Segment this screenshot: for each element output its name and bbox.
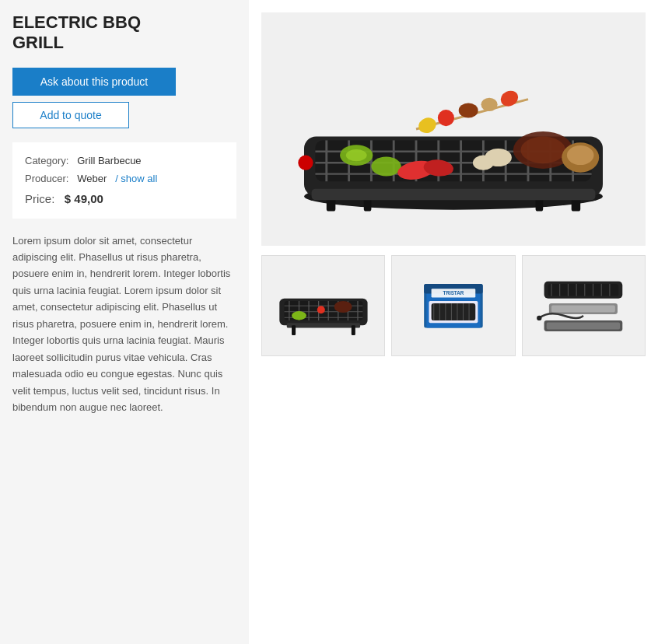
price-value: $ 49,00 <box>65 192 103 205</box>
svg-rect-6 <box>312 189 596 200</box>
svg-rect-88 <box>547 322 620 329</box>
svg-point-31 <box>481 98 498 111</box>
svg-rect-58 <box>292 325 296 335</box>
thumbnail-3[interactable] <box>522 255 646 356</box>
svg-point-30 <box>459 103 478 117</box>
svg-point-56 <box>334 301 352 313</box>
svg-point-29 <box>438 110 454 126</box>
thumbnail-2[interactable]: TRISTAR <box>391 255 515 356</box>
svg-rect-85 <box>551 305 615 312</box>
svg-point-36 <box>567 145 594 165</box>
main-image-area <box>261 12 646 246</box>
producer-value: Weber <box>77 173 107 184</box>
product-title: ELECTRIC BBQ GRILL <box>12 12 236 54</box>
svg-point-23 <box>298 156 313 170</box>
product-meta: Category: Grill Barbecue Producer: Weber… <box>12 142 236 219</box>
svg-rect-59 <box>352 325 355 335</box>
show-all-producer-link[interactable]: / show all <box>115 173 157 184</box>
product-description: Lorem ipsum dolor sit amet, consectetur … <box>12 233 236 416</box>
category-label: Category: <box>25 155 68 166</box>
svg-point-86 <box>537 316 542 320</box>
svg-point-34 <box>520 137 565 164</box>
svg-point-25 <box>346 149 367 161</box>
thumbnail-1[interactable] <box>261 255 385 356</box>
svg-text:TRISTAR: TRISTAR <box>443 290 464 296</box>
svg-point-26 <box>371 157 401 177</box>
svg-point-55 <box>317 306 324 313</box>
ask-about-product-button[interactable]: Ask about this product <box>12 68 176 96</box>
svg-rect-75 <box>548 284 619 296</box>
svg-point-54 <box>292 311 306 320</box>
price-label: Price: <box>25 192 54 205</box>
svg-rect-57 <box>286 323 359 327</box>
add-to-quote-button[interactable]: Add to quote <box>12 102 129 128</box>
producer-label: Producer: <box>25 173 68 184</box>
thumbnail-row: TRISTAR <box>261 255 646 356</box>
svg-point-28 <box>416 115 438 135</box>
main-product-image[interactable] <box>261 12 646 246</box>
category-value: Grill Barbecue <box>77 155 141 166</box>
svg-point-38 <box>473 156 494 170</box>
